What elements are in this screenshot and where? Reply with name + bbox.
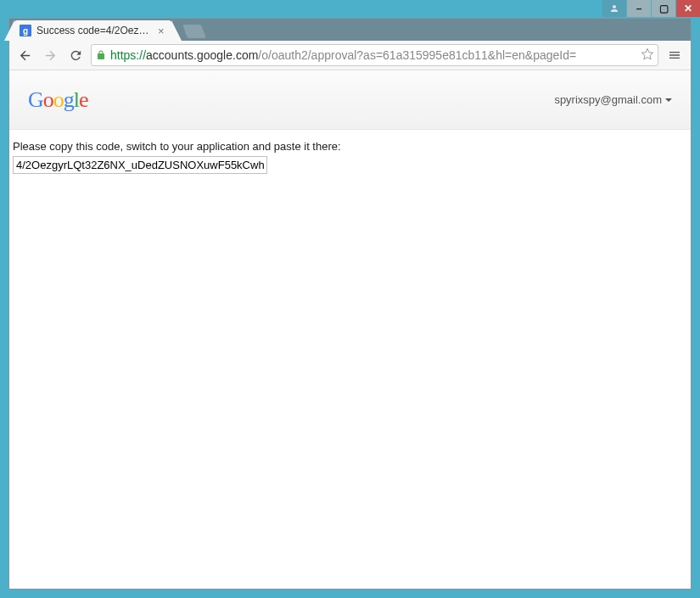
reload-button[interactable] (65, 45, 86, 65)
caret-down-icon (665, 98, 672, 102)
back-button[interactable] (14, 45, 35, 65)
arrow-left-icon (18, 48, 32, 63)
hamburger-icon (668, 48, 681, 62)
address-bar[interactable]: https://accounts.google.com/o/oauth2/app… (91, 44, 658, 66)
window-titlebar: – ▢ ✕ (0, 0, 700, 18)
close-button[interactable]: ✕ (676, 0, 700, 17)
browser-tab[interactable]: g Success code=4/2OezgyrL × (14, 20, 171, 41)
tab-strip: g Success code=4/2OezgyrL × (9, 19, 691, 41)
browser-toolbar: https://accounts.google.com/o/oauth2/app… (9, 41, 691, 70)
star-icon (641, 48, 654, 61)
browser-window: g Success code=4/2OezgyrL × https://acco… (8, 18, 692, 590)
chrome-menu-button[interactable] (664, 44, 686, 66)
titlebar-user-button[interactable] (602, 0, 626, 17)
account-email: spyrixspy@gmail.com (554, 93, 662, 106)
instruction-text: Please copy this code, switch to your ap… (13, 140, 687, 153)
page-header: Google spyrixspy@gmail.com (9, 70, 691, 130)
minimize-button[interactable]: – (627, 0, 651, 17)
minimize-icon: – (636, 3, 642, 14)
google-logo: Google (28, 87, 88, 113)
bookmark-button[interactable] (641, 48, 654, 64)
lock-icon (95, 49, 107, 61)
arrow-right-icon (43, 48, 58, 63)
user-icon (609, 3, 619, 14)
tab-close-button[interactable]: × (158, 25, 165, 37)
auth-code-input[interactable] (13, 156, 267, 174)
maximize-button[interactable]: ▢ (652, 0, 675, 17)
maximize-icon: ▢ (659, 3, 669, 14)
forward-button[interactable] (40, 45, 60, 65)
page-content: Google spyrixspy@gmail.com Please copy t… (9, 70, 691, 589)
tab-title: Success code=4/2OezgyrL (36, 25, 151, 36)
google-favicon-icon: g (20, 25, 31, 36)
page-body: Please copy this code, switch to your ap… (9, 130, 691, 184)
reload-icon (69, 48, 83, 63)
close-icon: ✕ (684, 3, 692, 14)
new-tab-button[interactable] (182, 25, 206, 38)
url-text: https://accounts.google.com/o/oauth2/app… (110, 48, 637, 62)
account-menu[interactable]: spyrixspy@gmail.com (554, 93, 672, 106)
